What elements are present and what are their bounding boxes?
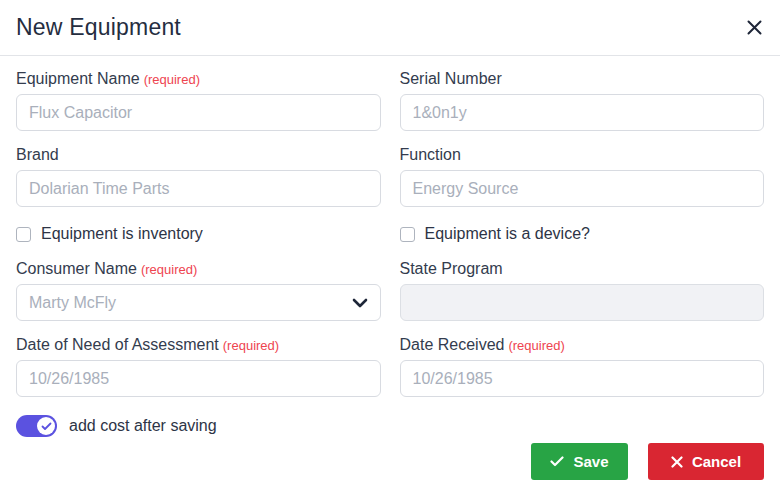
consumer-name-select[interactable]: Marty McFly [16,284,381,321]
inventory-checkbox[interactable] [16,227,31,242]
label-text: Date Received [400,336,505,353]
x-icon [671,456,683,468]
add-cost-toggle-row: add cost after saving [16,415,381,437]
device-checkbox-label[interactable]: Equipment is a device? [425,225,590,243]
save-button[interactable]: Save [531,443,628,480]
brand-input[interactable] [16,170,381,207]
serial-number-label: Serial Number [400,70,765,88]
close-icon [746,19,763,36]
label-text: Consumer Name [16,260,137,277]
check-icon [550,456,564,467]
date-received-input[interactable] [400,360,765,397]
consumer-name-group: Consumer Name(required) Marty McFly [16,260,381,321]
required-tag: (required) [223,338,279,353]
serial-number-group: Serial Number [400,70,765,131]
equipment-name-label: Equipment Name(required) [16,70,381,88]
page-title: New Equipment [16,14,181,41]
new-equipment-modal: New Equipment Equipment Name(required) S… [0,0,780,495]
toggle-knob [37,417,55,435]
state-program-input [400,284,765,321]
equipment-name-group: Equipment Name(required) [16,70,381,131]
label-text: Serial Number [400,70,502,87]
required-tag: (required) [144,72,200,87]
chevron-down-icon [352,294,368,312]
brand-group: Brand [16,146,381,207]
modal-header: New Equipment [0,0,780,56]
modal-body: Equipment Name(required) Serial Number B… [0,56,780,443]
label-text: Equipment Name [16,70,140,87]
required-tag: (required) [141,262,197,277]
state-program-group: State Program [400,260,765,321]
equipment-name-input[interactable] [16,94,381,131]
inventory-checkbox-label[interactable]: Equipment is inventory [41,225,203,243]
label-text: Brand [16,146,59,163]
required-tag: (required) [508,338,564,353]
function-group: Function [400,146,765,207]
label-text: State Program [400,260,503,277]
date-received-group: Date Received(required) [400,336,765,397]
close-button[interactable] [740,14,768,42]
inventory-checkbox-row: Equipment is inventory [16,225,381,243]
device-checkbox[interactable] [400,227,415,242]
cancel-button[interactable]: Cancel [648,443,764,480]
serial-number-input[interactable] [400,94,765,131]
check-icon [41,417,52,435]
label-text: Function [400,146,461,163]
device-checkbox-row: Equipment is a device? [400,225,765,243]
cancel-button-label: Cancel [692,453,741,470]
date-received-label: Date Received(required) [400,336,765,354]
add-cost-toggle-label[interactable]: add cost after saving [69,417,217,435]
date-assessment-label: Date of Need of Assessment(required) [16,336,381,354]
date-assessment-group: Date of Need of Assessment(required) [16,336,381,397]
function-input[interactable] [400,170,765,207]
consumer-name-value: Marty McFly [29,294,116,312]
brand-label: Brand [16,146,381,164]
add-cost-toggle[interactable] [16,415,57,437]
state-program-label: State Program [400,260,765,278]
date-assessment-input[interactable] [16,360,381,397]
modal-footer: Save Cancel [0,443,780,495]
save-button-label: Save [573,453,608,470]
label-text: Date of Need of Assessment [16,336,219,353]
consumer-name-label: Consumer Name(required) [16,260,381,278]
function-label: Function [400,146,765,164]
